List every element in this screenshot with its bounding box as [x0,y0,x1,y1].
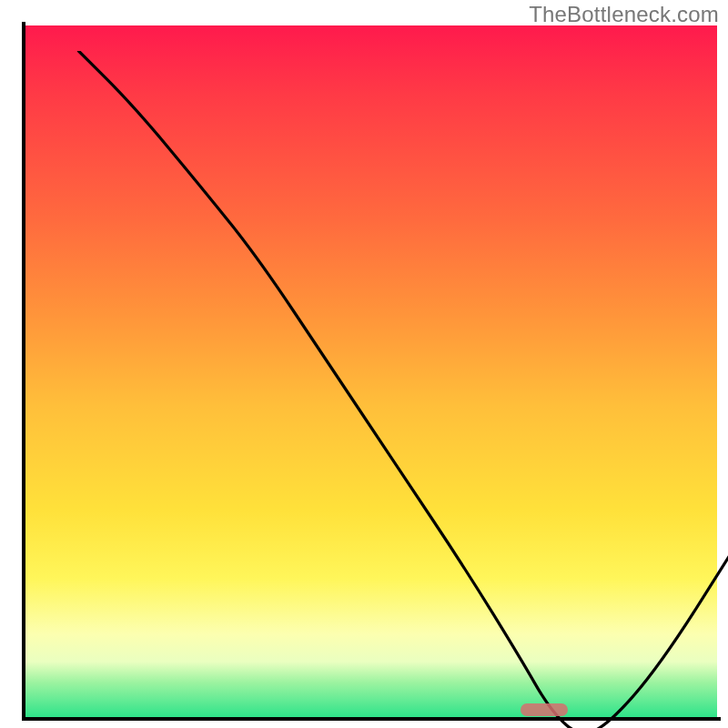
optimal-marker [521,703,568,716]
plot-area [25,25,717,717]
x-axis [22,717,721,721]
watermark-text: TheBottleneck.com [529,2,719,27]
gradient-background [25,25,717,717]
y-axis [22,22,25,721]
